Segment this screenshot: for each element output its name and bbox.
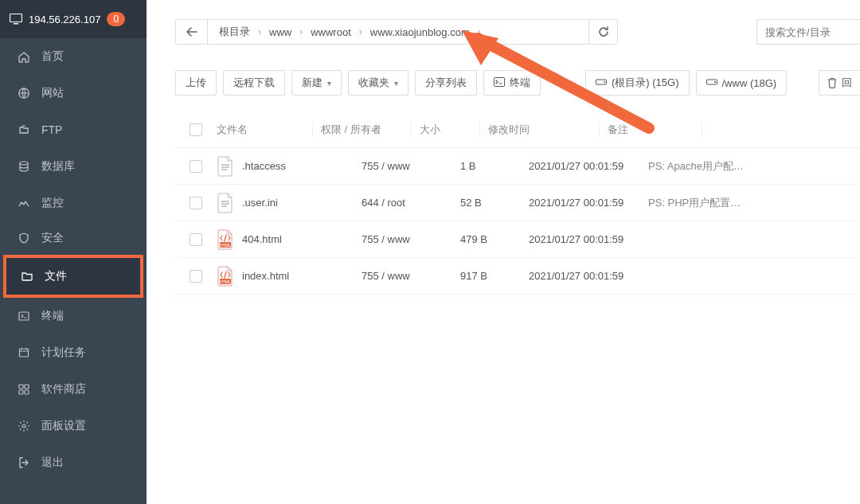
file-mtime: 2021/01/27 00:01:59	[521, 270, 640, 282]
sidebar-item-label: 安全	[41, 231, 64, 245]
file-table: 文件名 权限 / 所有者 大小 修改时间 备注 .htaccess755 / w…	[175, 111, 860, 295]
breadcrumb-bar: 根目录›www›wwwroot›www.xiaojunblog.com›	[175, 19, 618, 45]
file-mtime: 2021/01/27 00:01:59	[521, 233, 640, 245]
trash-icon	[827, 77, 837, 88]
svg-rect-8	[19, 390, 23, 394]
sidebar-item-folder[interactable]: 文件	[6, 258, 140, 295]
www-disk-button[interactable]: /www (18G)	[696, 70, 788, 96]
sidebar-item-gear[interactable]: 面板设置	[0, 408, 147, 444]
breadcrumb-segment[interactable]: wwwroot	[303, 26, 359, 38]
sidebar-item-label: 网站	[41, 86, 64, 100]
nav-list: 首页网站FTP数据库监控安全文件终端计划任务软件商店面板设置退出	[0, 38, 147, 481]
notice-badge[interactable]: 0	[107, 12, 125, 26]
svg-point-15	[714, 81, 716, 83]
recycle-bin-button[interactable]: 回	[819, 70, 860, 96]
col-size[interactable]: 大小	[411, 123, 479, 137]
file-perm: 755 / www	[354, 233, 452, 245]
breadcrumb-segment[interactable]: 根目录	[211, 25, 258, 39]
sidebar-item-label: 监控	[41, 196, 64, 210]
sidebar-item-exit[interactable]: 退出	[0, 444, 147, 481]
file-icon	[217, 193, 234, 213]
select-all-checkbox[interactable]	[190, 123, 202, 136]
file-icon: HTML	[217, 266, 234, 287]
file-size: 479 B	[452, 233, 521, 245]
sidebar-item-label: 计划任务	[41, 346, 86, 360]
sidebar-item-monitor[interactable]: 监控	[0, 185, 147, 221]
toolbar: 上传 远程下载 新建▾ 收藏夹▾ 分享列表 终端 (根目录) (15G) /ww…	[175, 70, 860, 96]
breadcrumb: 根目录›www›wwwroot›www.xiaojunblog.com›	[208, 20, 588, 44]
chevron-right-icon: ›	[478, 26, 481, 37]
upload-button[interactable]: 上传	[175, 70, 217, 96]
breadcrumb-segment[interactable]: www	[261, 26, 299, 38]
favorites-dropdown[interactable]: 收藏夹▾	[348, 70, 408, 96]
col-mtime[interactable]: 修改时间	[479, 123, 599, 137]
file-name: .user.ini	[242, 197, 278, 209]
disk-icon	[706, 77, 717, 88]
chevron-down-icon: ▾	[394, 79, 398, 88]
terminal-button[interactable]: 终端	[483, 70, 541, 96]
root-disk-button[interactable]: (根目录) (15G)	[585, 70, 690, 96]
row-checkbox[interactable]	[190, 197, 202, 209]
svg-text:HTML: HTML	[220, 242, 231, 247]
sidebar-item-shield[interactable]: 安全	[0, 221, 147, 255]
refresh-button[interactable]	[588, 20, 617, 44]
server-ip: 194.56.226.107	[29, 14, 100, 25]
col-note[interactable]: 备注	[599, 123, 702, 137]
breadcrumb-segment[interactable]: www.xiaojunblog.com	[362, 26, 478, 38]
sidebar-item-ftp[interactable]: FTP	[0, 111, 147, 148]
file-perm: 755 / www	[354, 160, 452, 172]
svg-rect-0	[10, 14, 22, 22]
sidebar: 194.56.226.107 0 首页网站FTP数据库监控安全文件终端计划任务软…	[0, 0, 147, 504]
row-checkbox[interactable]	[190, 233, 202, 246]
file-size: 1 B	[452, 160, 521, 172]
file-note: PS: Apache用户配…	[640, 159, 744, 174]
table-header: 文件名 权限 / 所有者 大小 修改时间 备注	[175, 111, 860, 148]
file-mtime: 2021/01/27 00:01:59	[521, 197, 640, 209]
sidebar-item-label: 软件商店	[41, 382, 86, 397]
svg-point-3	[20, 162, 28, 165]
globe-icon	[18, 87, 30, 100]
file-note: PS: PHP用户配置…	[640, 196, 744, 210]
main-content: 根目录›www›wwwroot›www.xiaojunblog.com› 上传 …	[147, 0, 860, 504]
sidebar-item-label: 面板设置	[41, 419, 86, 433]
remote-download-button[interactable]: 远程下载	[223, 70, 285, 96]
table-row[interactable]: .user.ini644 / root52 B2021/01/27 00:01:…	[175, 185, 860, 221]
sidebar-item-terminal[interactable]: 终端	[0, 298, 147, 334]
svg-point-13	[604, 81, 605, 83]
new-dropdown[interactable]: 新建▾	[291, 70, 342, 96]
sidebar-item-label: 文件	[45, 269, 67, 283]
app-store-icon	[18, 383, 30, 396]
shield-icon	[18, 232, 30, 244]
search-box	[756, 19, 860, 45]
file-perm: 755 / www	[354, 270, 452, 282]
file-name: 404.html	[242, 233, 282, 245]
col-perm[interactable]: 权限 / 所有者	[312, 123, 411, 137]
file-icon	[217, 156, 234, 177]
back-button[interactable]	[176, 20, 208, 44]
monitor-icon	[18, 197, 30, 209]
exit-icon	[18, 456, 30, 469]
sidebar-item-database[interactable]: 数据库	[0, 148, 147, 185]
sidebar-header: 194.56.226.107 0	[0, 0, 147, 38]
sidebar-item-home[interactable]: 首页	[0, 38, 147, 75]
col-filename[interactable]: 文件名	[217, 123, 312, 137]
search-input[interactable]	[757, 20, 860, 44]
sidebar-item-app-store[interactable]: 软件商店	[0, 371, 147, 408]
file-name: .htaccess	[242, 160, 286, 172]
row-checkbox[interactable]	[190, 270, 202, 283]
share-list-button[interactable]: 分享列表	[415, 70, 477, 96]
table-row[interactable]: HTML404.html755 / www479 B2021/01/27 00:…	[175, 221, 860, 258]
row-checkbox[interactable]	[190, 160, 202, 173]
sidebar-item-label: 首页	[41, 49, 64, 64]
terminal-icon	[494, 77, 505, 88]
sidebar-item-globe[interactable]: 网站	[0, 75, 147, 111]
calendar-icon	[18, 346, 30, 359]
table-row[interactable]: .htaccess755 / www1 B2021/01/27 00:01:59…	[175, 148, 860, 185]
sidebar-item-calendar[interactable]: 计划任务	[0, 334, 147, 371]
terminal-icon	[18, 310, 30, 322]
chevron-down-icon: ▾	[327, 79, 331, 88]
table-row[interactable]: HTMLindex.html755 / www917 B2021/01/27 0…	[175, 258, 860, 295]
disk-icon	[596, 77, 607, 88]
file-icon: HTML	[217, 229, 234, 250]
file-perm: 644 / root	[354, 197, 452, 209]
